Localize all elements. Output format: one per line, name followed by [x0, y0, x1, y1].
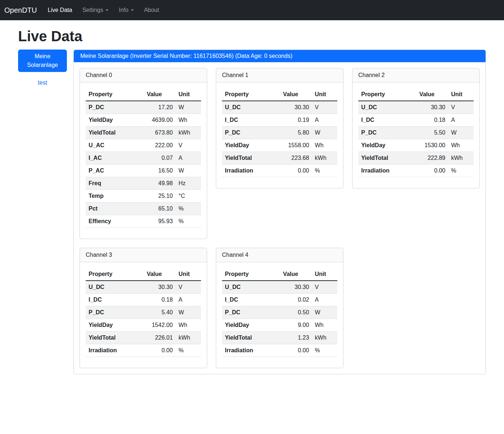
property-cell: Pct [86, 203, 133, 215]
table-row: P_DC5.40W [86, 306, 201, 319]
value-cell: 30.30 [133, 281, 176, 294]
value-cell: 673.80 [133, 127, 176, 139]
value-cell: 0.18 [133, 294, 176, 306]
channel-card-body: Property Value Unit U_DC30.30VI_DC0.19AP… [216, 82, 343, 188]
table-row: U_DC30.30V [86, 281, 201, 294]
navbar: OpenDTU Live Data Settings Info About [0, 0, 504, 20]
col-header-property: Property [222, 88, 269, 101]
property-cell: YieldTotal [358, 152, 406, 165]
value-cell: 4639.00 [133, 114, 176, 127]
col-header-value: Value [133, 88, 176, 101]
channel-card-body: Property Value Unit P_DC17.20WYieldDay46… [80, 82, 207, 239]
page-container: Live Data Meine Solaranlage test Meine S… [0, 28, 504, 374]
unit-cell: % [312, 344, 337, 357]
unit-cell: A [176, 294, 201, 306]
value-cell: 9.00 [269, 319, 312, 332]
chevron-down-icon [106, 9, 108, 11]
table-row: P_DC5.80W [222, 127, 337, 139]
table-row: Irradiation0.00% [86, 344, 201, 357]
property-cell: Freq [86, 177, 133, 190]
property-cell: YieldTotal [86, 332, 133, 344]
value-cell: 0.02 [269, 294, 312, 306]
unit-cell: kWh [176, 332, 201, 344]
channel-table: Property Value Unit U_DC30.30VI_DC0.19AP… [222, 88, 337, 177]
table-row: I_AC0.07A [86, 152, 201, 165]
value-cell: 1.23 [269, 332, 312, 344]
brand-link[interactable]: OpenDTU [4, 6, 37, 14]
table-row: Irradiation0.00% [358, 165, 474, 177]
col-header-property: Property [358, 88, 406, 101]
unit-cell: W [176, 165, 201, 177]
value-cell: 17.20 [133, 101, 176, 114]
channel-table: Property Value Unit P_DC17.20WYieldDay46… [86, 88, 201, 228]
value-cell: 0.00 [269, 344, 312, 357]
table-row: U_DC30.30V [222, 101, 337, 114]
col-header-value: Value [406, 88, 448, 101]
value-cell: 222.89 [406, 152, 448, 165]
table-row: YieldDay4639.00Wh [86, 114, 201, 127]
nav-info[interactable]: Info [114, 4, 139, 16]
table-row: U_DC30.30V [222, 281, 337, 294]
unit-cell: °C [176, 190, 201, 203]
channel-title: Channel 2 [353, 68, 479, 82]
channel-title: Channel 4 [216, 248, 343, 262]
unit-cell: % [176, 203, 201, 215]
value-cell: 1530.00 [406, 139, 448, 152]
unit-cell: V [448, 101, 474, 114]
table-row: YieldDay9.00Wh [222, 319, 337, 332]
value-cell: 5.80 [269, 127, 312, 139]
unit-cell: kWh [176, 127, 201, 139]
table-row: I_DC0.19A [222, 114, 337, 127]
property-cell: I_DC [222, 114, 269, 127]
table-row: P_AC16.50W [86, 165, 201, 177]
value-cell: 223.68 [269, 152, 312, 165]
property-cell: P_DC [86, 101, 133, 114]
value-cell: 49.98 [133, 177, 176, 190]
value-cell: 30.30 [406, 101, 448, 114]
property-cell: P_DC [358, 127, 406, 139]
channel-card-body: Property Value Unit U_DC30.30VI_DC0.02AP… [216, 262, 343, 368]
nav-live-data[interactable]: Live Data [43, 4, 77, 16]
inverter-test-link[interactable]: test [18, 79, 67, 86]
value-cell: 5.40 [133, 306, 176, 319]
property-cell: I_DC [86, 294, 133, 306]
property-cell: U_DC [86, 281, 133, 294]
inverter-select-button[interactable]: Meine Solaranlage [18, 50, 67, 72]
nav-settings-label: Settings [82, 7, 103, 13]
value-cell: 0.07 [133, 152, 176, 165]
property-cell: U_DC [222, 101, 269, 114]
col-header-unit: Unit [176, 88, 201, 101]
table-row: YieldTotal226.01kWh [86, 332, 201, 344]
col-header-value: Value [269, 268, 312, 281]
value-cell: 95.93 [133, 215, 176, 228]
property-cell: Irradiation [86, 344, 133, 357]
property-cell: Effiency [86, 215, 133, 228]
inverter-panel-header: Meine Solaranlage (Inverter Serial Numbe… [74, 50, 486, 62]
nav-about[interactable]: About [139, 4, 164, 16]
value-cell: 65.10 [133, 203, 176, 215]
unit-cell: W [448, 127, 474, 139]
unit-cell: % [176, 344, 201, 357]
table-row: I_DC0.02A [222, 294, 337, 306]
unit-cell: kWh [448, 152, 474, 165]
col-header-value: Value [133, 268, 176, 281]
nav-settings[interactable]: Settings [77, 4, 114, 16]
col-header-unit: Unit [312, 88, 337, 101]
nav-info-label: Info [119, 7, 128, 13]
property-cell: U_DC [222, 281, 269, 294]
unit-cell: A [312, 114, 337, 127]
channel-card: Channel 4 Property Value Unit U_DC30.30V… [216, 248, 343, 368]
property-cell: P_DC [222, 306, 269, 319]
property-cell: YieldDay [222, 139, 269, 152]
table-row: YieldTotal223.68kWh [222, 152, 337, 165]
property-cell: YieldTotal [222, 332, 269, 344]
unit-cell: A [176, 152, 201, 165]
property-cell: Temp [86, 190, 133, 203]
value-cell: 16.50 [133, 165, 176, 177]
unit-cell: V [176, 281, 201, 294]
unit-cell: V [312, 281, 337, 294]
table-row: U_DC30.30V [358, 101, 474, 114]
table-row: Effiency95.93% [86, 215, 201, 228]
property-cell: I_AC [86, 152, 133, 165]
unit-cell: kWh [312, 152, 337, 165]
